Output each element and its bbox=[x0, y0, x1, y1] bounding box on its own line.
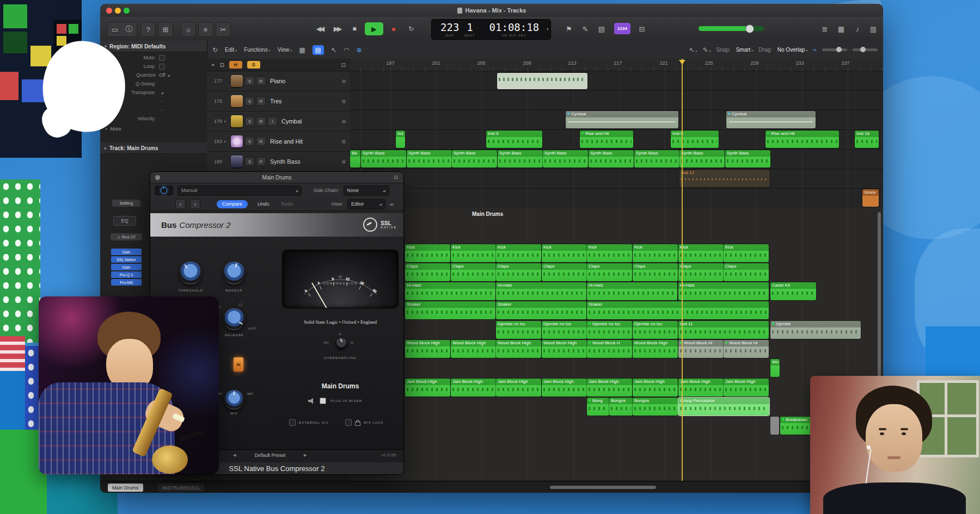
catch-playhead-icon[interactable]: ⊕ bbox=[356, 46, 362, 54]
compare-button[interactable]: Compare bbox=[217, 200, 248, 208]
region-wo[interactable]: Wo bbox=[770, 359, 780, 377]
region-group-percussion[interactable]: Group Percussion bbox=[678, 398, 769, 416]
region-jamblock[interactable]: Jam Block High bbox=[633, 379, 678, 397]
track-on-indicator[interactable] bbox=[342, 160, 346, 164]
record-enable-button[interactable]: R bbox=[256, 117, 266, 126]
makeup-knob[interactable] bbox=[223, 262, 246, 284]
region-woodblock[interactable]: Wood Block High bbox=[633, 340, 678, 358]
quick-help-button[interactable]: ? bbox=[140, 22, 156, 37]
region-kick[interactable]: Kick bbox=[542, 244, 587, 262]
region-inst16[interactable]: Inst 16 bbox=[855, 131, 879, 148]
region-claps[interactable]: Claps bbox=[542, 263, 587, 281]
play-button[interactable]: ▶ bbox=[365, 22, 383, 35]
region-bass-3[interactable]: Synth Bass bbox=[452, 150, 497, 168]
track-row-piano[interactable]: 177 S R Piano bbox=[207, 71, 350, 91]
region-hihats[interactable]: Hi-Hats bbox=[405, 282, 495, 300]
loop-checkbox[interactable] bbox=[159, 64, 165, 70]
track-inspector-header[interactable]: ▸ Track: Main Drums bbox=[100, 143, 207, 154]
minimize-window-button[interactable] bbox=[115, 8, 121, 14]
zoom-window-button[interactable] bbox=[124, 8, 130, 14]
region-jamblock[interactable]: Jam Block High bbox=[405, 379, 450, 397]
region-shaker[interactable]: Shaker bbox=[496, 301, 586, 319]
region-bass-5[interactable]: Synth Bass bbox=[543, 150, 588, 168]
track-row-cymbal[interactable]: 179 ▸ S R I Cymbal bbox=[207, 112, 350, 132]
region-kick[interactable]: Kick bbox=[496, 244, 541, 262]
eq-slot[interactable]: EQ bbox=[113, 216, 136, 226]
region-woodblock[interactable]: Wood Block H bbox=[587, 340, 632, 358]
region-bongos-cut[interactable]: Bong bbox=[587, 398, 609, 416]
region-woodblock-muted[interactable]: Wood Block Hi bbox=[678, 340, 724, 358]
control-bar-icon[interactable]: ▭ bbox=[108, 26, 122, 34]
threshold-knob[interactable] bbox=[179, 262, 202, 284]
waveform-zoom-icon[interactable]: ≈ bbox=[813, 46, 817, 54]
region-bass-8[interactable]: Synth Bass bbox=[679, 150, 725, 168]
levels-icon[interactable]: ≡ bbox=[198, 22, 213, 37]
region-woodblock-muted[interactable]: Wood Block Hi bbox=[724, 340, 769, 358]
mixer-icon[interactable]: ▦ bbox=[834, 22, 848, 36]
region-jamblock[interactable]: Jam Block High bbox=[451, 379, 496, 397]
stack-icon[interactable]: ⊟ bbox=[635, 22, 649, 36]
tab-instrumental[interactable]: INSTRUMENTAL bbox=[158, 484, 204, 492]
record-enable-button[interactable]: R bbox=[256, 137, 266, 146]
region-rise-1[interactable]: Rise and Hit bbox=[580, 131, 633, 148]
disclosure-icon[interactable]: ▸ bbox=[224, 139, 229, 144]
region-claps[interactable]: Claps bbox=[633, 263, 678, 281]
lcd-display[interactable]: 223 BAR 1 BEAT 01:08:18 HR MIN SEC ▾ bbox=[431, 19, 551, 40]
cycle-button[interactable]: ↻ bbox=[404, 22, 418, 35]
horizontal-zoom-slider[interactable] bbox=[853, 48, 878, 51]
crossfade-icon[interactable]: ◠ bbox=[344, 46, 349, 54]
region-claps[interactable]: Claps bbox=[587, 263, 632, 281]
insert-slot-gain-2[interactable]: Gain bbox=[111, 264, 142, 270]
plugin-preset-menu[interactable]: Manual▴▾ bbox=[177, 185, 302, 196]
record-enable-button[interactable]: R bbox=[256, 97, 266, 106]
mix-knob[interactable] bbox=[224, 390, 244, 410]
region-kick[interactable]: Kick bbox=[678, 244, 724, 262]
region-claps[interactable]: Claps bbox=[405, 263, 450, 281]
region-woodblock[interactable]: Wood Block High bbox=[451, 340, 496, 358]
horizontal-scrollbar[interactable] bbox=[550, 486, 656, 489]
solo-tracks-button[interactable]: S bbox=[247, 61, 260, 69]
stepper-icon[interactable]: ▴▾ bbox=[161, 91, 163, 95]
undo-button[interactable]: Undo bbox=[258, 201, 270, 207]
track-on-indicator[interactable] bbox=[342, 79, 346, 83]
sidechain-select[interactable]: None▴▾ bbox=[344, 185, 389, 196]
region-bass-9[interactable]: Synth Bass bbox=[725, 150, 770, 168]
grid-view-active-icon[interactable]: ▤ bbox=[313, 45, 324, 55]
region-jamblock[interactable]: Jam Block High bbox=[496, 379, 541, 397]
region-woodblock[interactable]: Wood Block High bbox=[496, 340, 541, 358]
rewind-button[interactable]: ◀◀ bbox=[313, 22, 327, 35]
region-cartel-kit[interactable]: Cartel Kit bbox=[770, 282, 816, 300]
region-hihats[interactable]: Hi-Hats bbox=[678, 282, 769, 300]
vertical-zoom-slider[interactable] bbox=[822, 48, 847, 51]
plugin-mixer-checkbox[interactable] bbox=[320, 398, 326, 404]
channel-setting-button[interactable]: Setting bbox=[112, 200, 140, 207]
refresh-icon[interactable]: ↻ bbox=[212, 46, 218, 54]
preset-name[interactable]: Default Preset bbox=[242, 453, 298, 458]
in-button[interactable]: IN bbox=[231, 355, 246, 374]
drag-select[interactable]: No Overlap▾ bbox=[777, 47, 808, 53]
region-inst11[interactable]: Inst 11 bbox=[678, 321, 769, 339]
add-track-button[interactable]: + bbox=[211, 61, 215, 68]
insert-slot-gain-1[interactable]: Gain bbox=[111, 249, 142, 255]
cmd-click-tool-icon[interactable]: ✎▾ bbox=[702, 46, 710, 54]
region-bass-2[interactable]: Synth Bass bbox=[407, 150, 452, 168]
region-jamblock[interactable]: Jam Block High bbox=[724, 379, 769, 397]
region-breakdown[interactable]: Breakdown bbox=[780, 417, 812, 435]
more-disclosure[interactable]: ▸More bbox=[100, 123, 207, 135]
volume-thumb[interactable] bbox=[745, 24, 754, 33]
region-djembe-muted[interactable]: Djembe bbox=[770, 321, 861, 339]
close-window-button[interactable] bbox=[106, 8, 112, 14]
edit-menu[interactable]: Edit▾ bbox=[225, 47, 237, 53]
solo-button[interactable]: S bbox=[245, 157, 254, 166]
insert-slot-promb[interactable]: Pro-MB bbox=[111, 279, 142, 286]
region-inst9-a[interactable]: Inst 9 bbox=[486, 131, 542, 148]
left-click-tool-icon[interactable]: ↖▾ bbox=[689, 46, 697, 54]
inspector-toggle-icon[interactable]: ⓘ bbox=[122, 24, 136, 34]
loops-icon[interactable]: ♪ bbox=[850, 22, 865, 36]
bus-send-slot[interactable]: ◎Bus 22 bbox=[111, 233, 142, 240]
region-hihats[interactable]: Hi-Hats bbox=[496, 282, 586, 300]
plugin-power-button[interactable] bbox=[155, 185, 173, 195]
input-monitor-button[interactable]: I bbox=[268, 117, 277, 126]
region-kick[interactable]: Kick bbox=[405, 244, 450, 262]
redo-button[interactable]: Redo bbox=[281, 201, 293, 207]
